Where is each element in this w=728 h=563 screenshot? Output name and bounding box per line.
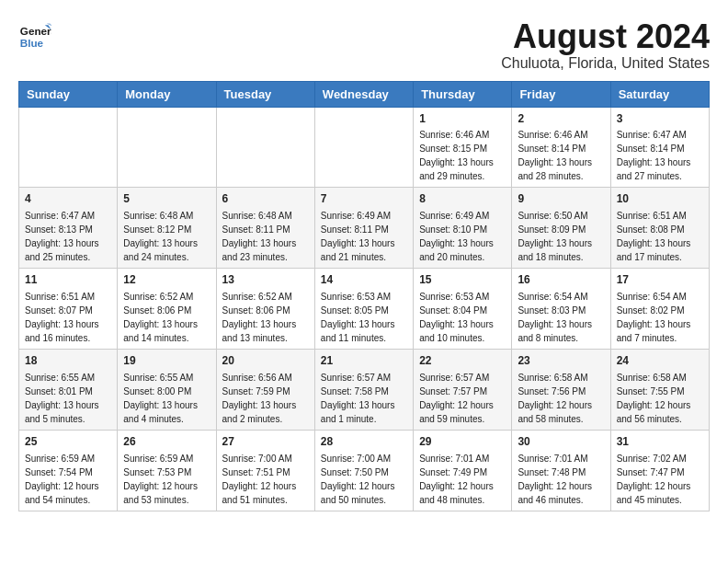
calendar-day-31: 31Sunrise: 7:02 AM Sunset: 7:47 PM Dayli…	[610, 430, 709, 511]
logo-icon: General Blue	[18, 18, 51, 52]
day-number: 13	[222, 272, 309, 288]
day-number: 29	[419, 434, 506, 450]
calendar-day-12: 12Sunrise: 6:52 AM Sunset: 8:06 PM Dayli…	[118, 269, 216, 350]
day-info: Sunrise: 6:53 AM Sunset: 8:05 PM Dayligh…	[321, 290, 407, 345]
day-header-thursday: Thursday	[414, 81, 512, 107]
day-number: 15	[419, 272, 506, 288]
calendar-day-10: 10Sunrise: 6:51 AM Sunset: 8:08 PM Dayli…	[610, 188, 709, 269]
calendar-day-empty	[19, 107, 118, 188]
day-header-wednesday: Wednesday	[314, 81, 413, 107]
day-info: Sunrise: 6:52 AM Sunset: 8:06 PM Dayligh…	[222, 290, 309, 345]
day-info: Sunrise: 6:49 AM Sunset: 8:11 PM Dayligh…	[321, 209, 407, 264]
day-number: 9	[518, 191, 604, 207]
calendar-day-empty	[118, 107, 216, 188]
title-area: August 2024 Chuluota, Florida, United St…	[501, 18, 710, 72]
day-info: Sunrise: 7:00 AM Sunset: 7:50 PM Dayligh…	[321, 452, 407, 507]
day-number: 20	[222, 353, 309, 369]
day-number: 27	[222, 434, 309, 450]
day-info: Sunrise: 6:46 AM Sunset: 8:15 PM Dayligh…	[419, 128, 506, 183]
day-info: Sunrise: 6:50 AM Sunset: 8:09 PM Dayligh…	[518, 209, 604, 264]
day-number: 22	[419, 353, 506, 369]
calendar: SundayMondayTuesdayWednesdayThursdayFrid…	[18, 81, 710, 511]
day-number: 18	[25, 353, 111, 369]
day-info: Sunrise: 6:55 AM Sunset: 8:01 PM Dayligh…	[25, 371, 111, 426]
day-info: Sunrise: 6:57 AM Sunset: 7:58 PM Dayligh…	[321, 371, 407, 426]
calendar-day-24: 24Sunrise: 6:58 AM Sunset: 7:55 PM Dayli…	[610, 349, 709, 430]
calendar-day-21: 21Sunrise: 6:57 AM Sunset: 7:58 PM Dayli…	[314, 349, 413, 430]
day-number: 14	[321, 272, 407, 288]
day-number: 19	[123, 353, 210, 369]
day-info: Sunrise: 6:47 AM Sunset: 8:13 PM Dayligh…	[25, 209, 111, 264]
calendar-week-row: 25Sunrise: 6:59 AM Sunset: 7:54 PM Dayli…	[19, 430, 710, 511]
calendar-week-row: 18Sunrise: 6:55 AM Sunset: 8:01 PM Dayli…	[19, 349, 710, 430]
calendar-day-18: 18Sunrise: 6:55 AM Sunset: 8:01 PM Dayli…	[19, 349, 118, 430]
day-info: Sunrise: 7:01 AM Sunset: 7:49 PM Dayligh…	[419, 452, 506, 507]
day-number: 17	[617, 272, 703, 288]
day-number: 25	[25, 434, 111, 450]
day-info: Sunrise: 6:54 AM Sunset: 8:03 PM Dayligh…	[518, 290, 604, 345]
calendar-day-22: 22Sunrise: 6:57 AM Sunset: 7:57 PM Dayli…	[414, 349, 512, 430]
calendar-day-16: 16Sunrise: 6:54 AM Sunset: 8:03 PM Dayli…	[512, 269, 610, 350]
calendar-day-20: 20Sunrise: 6:56 AM Sunset: 7:59 PM Dayli…	[216, 349, 314, 430]
svg-text:Blue: Blue	[20, 37, 44, 49]
day-number: 6	[222, 191, 309, 207]
calendar-day-empty	[216, 107, 314, 188]
calendar-day-9: 9Sunrise: 6:50 AM Sunset: 8:09 PM Daylig…	[512, 188, 610, 269]
logo: General Blue	[18, 18, 51, 52]
day-info: Sunrise: 6:57 AM Sunset: 7:57 PM Dayligh…	[419, 371, 506, 426]
day-info: Sunrise: 7:00 AM Sunset: 7:51 PM Dayligh…	[222, 452, 309, 507]
day-number: 1	[419, 111, 506, 127]
day-info: Sunrise: 6:59 AM Sunset: 7:53 PM Dayligh…	[123, 452, 210, 507]
day-number: 8	[419, 191, 506, 207]
calendar-header-row: SundayMondayTuesdayWednesdayThursdayFrid…	[19, 81, 710, 107]
day-info: Sunrise: 6:51 AM Sunset: 8:08 PM Dayligh…	[617, 209, 703, 264]
day-header-sunday: Sunday	[19, 81, 118, 107]
day-info: Sunrise: 6:59 AM Sunset: 7:54 PM Dayligh…	[25, 452, 111, 507]
calendar-day-14: 14Sunrise: 6:53 AM Sunset: 8:05 PM Dayli…	[314, 269, 413, 350]
calendar-day-4: 4Sunrise: 6:47 AM Sunset: 8:13 PM Daylig…	[19, 188, 118, 269]
day-number: 23	[518, 353, 604, 369]
calendar-day-17: 17Sunrise: 6:54 AM Sunset: 8:02 PM Dayli…	[610, 269, 709, 350]
day-number: 31	[617, 434, 703, 450]
calendar-week-row: 11Sunrise: 6:51 AM Sunset: 8:07 PM Dayli…	[19, 269, 710, 350]
calendar-day-30: 30Sunrise: 7:01 AM Sunset: 7:48 PM Dayli…	[512, 430, 610, 511]
calendar-week-row: 1Sunrise: 6:46 AM Sunset: 8:15 PM Daylig…	[19, 107, 710, 188]
day-info: Sunrise: 6:51 AM Sunset: 8:07 PM Dayligh…	[25, 290, 111, 345]
day-info: Sunrise: 7:02 AM Sunset: 7:47 PM Dayligh…	[617, 452, 703, 507]
day-number: 12	[123, 272, 210, 288]
day-info: Sunrise: 6:52 AM Sunset: 8:06 PM Dayligh…	[123, 290, 210, 345]
calendar-day-11: 11Sunrise: 6:51 AM Sunset: 8:07 PM Dayli…	[19, 269, 118, 350]
header: General Blue August 2024 Chuluota, Flori…	[18, 18, 710, 72]
calendar-day-6: 6Sunrise: 6:48 AM Sunset: 8:11 PM Daylig…	[216, 188, 314, 269]
day-info: Sunrise: 6:56 AM Sunset: 7:59 PM Dayligh…	[222, 371, 309, 426]
calendar-week-row: 4Sunrise: 6:47 AM Sunset: 8:13 PM Daylig…	[19, 188, 710, 269]
day-info: Sunrise: 6:48 AM Sunset: 8:12 PM Dayligh…	[123, 209, 210, 264]
calendar-day-15: 15Sunrise: 6:53 AM Sunset: 8:04 PM Dayli…	[414, 269, 512, 350]
day-header-friday: Friday	[512, 81, 610, 107]
day-info: Sunrise: 6:58 AM Sunset: 7:55 PM Dayligh…	[617, 371, 703, 426]
page-title: August 2024	[501, 18, 710, 55]
day-info: Sunrise: 6:54 AM Sunset: 8:02 PM Dayligh…	[617, 290, 703, 345]
calendar-day-1: 1Sunrise: 6:46 AM Sunset: 8:15 PM Daylig…	[414, 107, 512, 188]
day-info: Sunrise: 6:49 AM Sunset: 8:10 PM Dayligh…	[419, 209, 506, 264]
day-header-saturday: Saturday	[610, 81, 709, 107]
calendar-day-7: 7Sunrise: 6:49 AM Sunset: 8:11 PM Daylig…	[314, 188, 413, 269]
calendar-day-2: 2Sunrise: 6:46 AM Sunset: 8:14 PM Daylig…	[512, 107, 610, 188]
day-info: Sunrise: 6:48 AM Sunset: 8:11 PM Dayligh…	[222, 209, 309, 264]
calendar-day-19: 19Sunrise: 6:55 AM Sunset: 8:00 PM Dayli…	[118, 349, 216, 430]
calendar-day-3: 3Sunrise: 6:47 AM Sunset: 8:14 PM Daylig…	[610, 107, 709, 188]
day-info: Sunrise: 6:58 AM Sunset: 7:56 PM Dayligh…	[518, 371, 604, 426]
calendar-day-13: 13Sunrise: 6:52 AM Sunset: 8:06 PM Dayli…	[216, 269, 314, 350]
day-info: Sunrise: 7:01 AM Sunset: 7:48 PM Dayligh…	[518, 452, 604, 507]
calendar-day-25: 25Sunrise: 6:59 AM Sunset: 7:54 PM Dayli…	[19, 430, 118, 511]
calendar-day-23: 23Sunrise: 6:58 AM Sunset: 7:56 PM Dayli…	[512, 349, 610, 430]
day-number: 4	[25, 191, 111, 207]
day-info: Sunrise: 6:47 AM Sunset: 8:14 PM Dayligh…	[617, 128, 703, 183]
day-number: 3	[617, 111, 703, 127]
calendar-day-28: 28Sunrise: 7:00 AM Sunset: 7:50 PM Dayli…	[314, 430, 413, 511]
day-number: 21	[321, 353, 407, 369]
calendar-day-26: 26Sunrise: 6:59 AM Sunset: 7:53 PM Dayli…	[118, 430, 216, 511]
day-number: 10	[617, 191, 703, 207]
calendar-day-5: 5Sunrise: 6:48 AM Sunset: 8:12 PM Daylig…	[118, 188, 216, 269]
day-number: 5	[123, 191, 210, 207]
